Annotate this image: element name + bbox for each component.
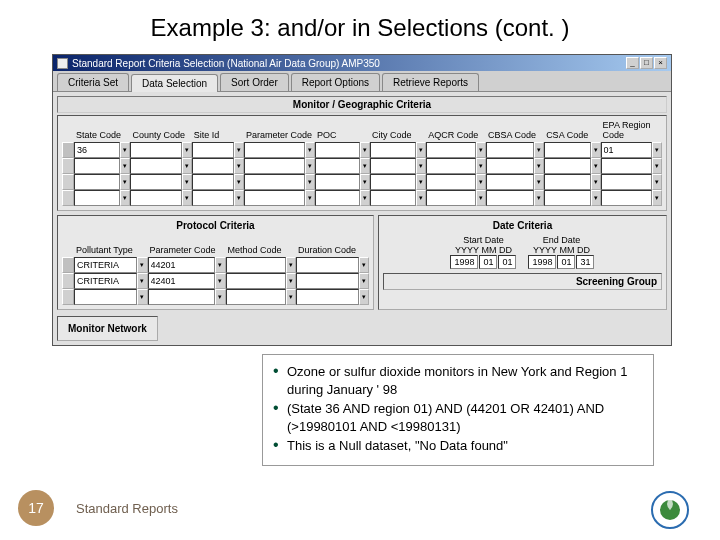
dropdown-icon[interactable]: ▾ bbox=[286, 273, 296, 289]
dropdown-icon[interactable]: ▾ bbox=[215, 273, 226, 289]
dropdown-icon[interactable]: ▾ bbox=[416, 174, 426, 190]
dropdown-icon[interactable]: ▾ bbox=[652, 190, 662, 206]
col-method: Method Code bbox=[226, 235, 296, 257]
dropdown-icon[interactable]: ▾ bbox=[137, 289, 147, 305]
dropdown-icon[interactable]: ▾ bbox=[120, 142, 130, 158]
start-year-input[interactable] bbox=[450, 255, 478, 269]
row-handle[interactable] bbox=[62, 158, 74, 174]
tab-criteria-set[interactable]: Criteria Set bbox=[57, 73, 129, 91]
site-input[interactable] bbox=[192, 142, 234, 158]
dropdown-icon[interactable]: ▾ bbox=[234, 158, 244, 174]
dropdown-icon[interactable]: ▾ bbox=[591, 158, 601, 174]
protocol-row-2: ▾ ▾ ▾ ▾ bbox=[62, 273, 369, 289]
dropdown-icon[interactable]: ▾ bbox=[534, 174, 544, 190]
dropdown-icon[interactable]: ▾ bbox=[652, 142, 662, 158]
dropdown-icon[interactable]: ▾ bbox=[305, 190, 315, 206]
end-month-input[interactable] bbox=[557, 255, 575, 269]
duration-input[interactable] bbox=[296, 257, 359, 273]
state-input[interactable] bbox=[74, 158, 120, 174]
cbsa-input[interactable] bbox=[486, 142, 534, 158]
dropdown-icon[interactable]: ▾ bbox=[476, 158, 486, 174]
dropdown-icon[interactable]: ▾ bbox=[215, 289, 226, 305]
close-button[interactable]: × bbox=[654, 57, 667, 69]
title-bar[interactable]: Standard Report Criteria Selection (Nati… bbox=[53, 55, 671, 71]
end-year-input[interactable] bbox=[528, 255, 556, 269]
pcode-input[interactable] bbox=[148, 257, 215, 273]
dropdown-icon[interactable]: ▾ bbox=[360, 142, 370, 158]
dropdown-icon[interactable]: ▾ bbox=[137, 257, 147, 273]
row-handle[interactable] bbox=[62, 273, 74, 289]
dropdown-icon[interactable]: ▾ bbox=[305, 174, 315, 190]
protocol-row-1: ▾ ▾ ▾ ▾ bbox=[62, 257, 369, 273]
maximize-button[interactable]: □ bbox=[640, 57, 653, 69]
dropdown-icon[interactable]: ▾ bbox=[416, 158, 426, 174]
dropdown-icon[interactable]: ▾ bbox=[652, 174, 662, 190]
col-ptype: Pollutant Type bbox=[74, 235, 148, 257]
col-city: City Code bbox=[370, 120, 426, 142]
pcode-input[interactable] bbox=[148, 273, 215, 289]
dropdown-icon[interactable]: ▾ bbox=[286, 289, 296, 305]
dropdown-icon[interactable]: ▾ bbox=[360, 174, 370, 190]
region-input[interactable] bbox=[601, 142, 652, 158]
dropdown-icon[interactable]: ▾ bbox=[591, 190, 601, 206]
poc-input[interactable] bbox=[315, 142, 360, 158]
dropdown-icon[interactable]: ▾ bbox=[359, 257, 369, 273]
minimize-button[interactable]: _ bbox=[626, 57, 639, 69]
start-day-input[interactable] bbox=[498, 255, 516, 269]
tab-report-options[interactable]: Report Options bbox=[291, 73, 380, 91]
end-date-label: End Date bbox=[528, 235, 594, 245]
ptype-input[interactable] bbox=[74, 257, 137, 273]
row-handle[interactable] bbox=[62, 289, 74, 305]
dropdown-icon[interactable]: ▾ bbox=[137, 273, 147, 289]
dropdown-icon[interactable]: ▾ bbox=[534, 190, 544, 206]
tab-sort-order[interactable]: Sort Order bbox=[220, 73, 289, 91]
dropdown-icon[interactable]: ▾ bbox=[534, 158, 544, 174]
dropdown-icon[interactable]: ▾ bbox=[182, 190, 192, 206]
dropdown-icon[interactable]: ▾ bbox=[359, 289, 369, 305]
method-input[interactable] bbox=[226, 257, 286, 273]
dropdown-icon[interactable]: ▾ bbox=[234, 142, 244, 158]
aqcr-input[interactable] bbox=[426, 142, 475, 158]
start-month-input[interactable] bbox=[479, 255, 497, 269]
county-input[interactable] bbox=[130, 142, 181, 158]
dropdown-icon[interactable]: ▾ bbox=[120, 158, 130, 174]
city-input[interactable] bbox=[370, 142, 416, 158]
monitor-row-4: ▾ ▾ ▾ ▾ ▾ ▾ ▾ ▾ ▾ ▾ bbox=[62, 190, 662, 206]
dropdown-icon[interactable]: ▾ bbox=[305, 142, 315, 158]
dropdown-icon[interactable]: ▾ bbox=[591, 142, 601, 158]
dropdown-icon[interactable]: ▾ bbox=[476, 174, 486, 190]
row-handle[interactable] bbox=[62, 257, 74, 273]
end-day-input[interactable] bbox=[576, 255, 594, 269]
csa-input[interactable] bbox=[544, 142, 590, 158]
param-input[interactable] bbox=[244, 142, 304, 158]
dropdown-icon[interactable]: ▾ bbox=[360, 158, 370, 174]
protocol-criteria-box: Protocol Criteria Pollutant Type Paramet… bbox=[57, 215, 374, 310]
dropdown-icon[interactable]: ▾ bbox=[215, 257, 226, 273]
tab-data-selection[interactable]: Data Selection bbox=[131, 74, 218, 92]
dropdown-icon[interactable]: ▾ bbox=[476, 190, 486, 206]
ptype-input[interactable] bbox=[74, 273, 137, 289]
dropdown-icon[interactable]: ▾ bbox=[182, 174, 192, 190]
dropdown-icon[interactable]: ▾ bbox=[182, 158, 192, 174]
dropdown-icon[interactable]: ▾ bbox=[652, 158, 662, 174]
dropdown-icon[interactable]: ▾ bbox=[360, 190, 370, 206]
dropdown-icon[interactable]: ▾ bbox=[234, 174, 244, 190]
dropdown-icon[interactable]: ▾ bbox=[416, 142, 426, 158]
state-input[interactable] bbox=[74, 142, 120, 158]
dropdown-icon[interactable]: ▾ bbox=[182, 142, 192, 158]
dropdown-icon[interactable]: ▾ bbox=[120, 190, 130, 206]
tab-retrieve-reports[interactable]: Retrieve Reports bbox=[382, 73, 479, 91]
slide-title: Example 3: and/or in Selections (cont. ) bbox=[0, 0, 720, 52]
dropdown-icon[interactable]: ▾ bbox=[591, 174, 601, 190]
dropdown-icon[interactable]: ▾ bbox=[534, 142, 544, 158]
dropdown-icon[interactable]: ▾ bbox=[286, 257, 296, 273]
dropdown-icon[interactable]: ▾ bbox=[120, 174, 130, 190]
row-handle[interactable] bbox=[62, 174, 74, 190]
dropdown-icon[interactable]: ▾ bbox=[476, 142, 486, 158]
dropdown-icon[interactable]: ▾ bbox=[305, 158, 315, 174]
row-handle[interactable] bbox=[62, 142, 74, 158]
dropdown-icon[interactable]: ▾ bbox=[234, 190, 244, 206]
row-handle[interactable] bbox=[62, 190, 74, 206]
dropdown-icon[interactable]: ▾ bbox=[416, 190, 426, 206]
dropdown-icon[interactable]: ▾ bbox=[359, 273, 369, 289]
